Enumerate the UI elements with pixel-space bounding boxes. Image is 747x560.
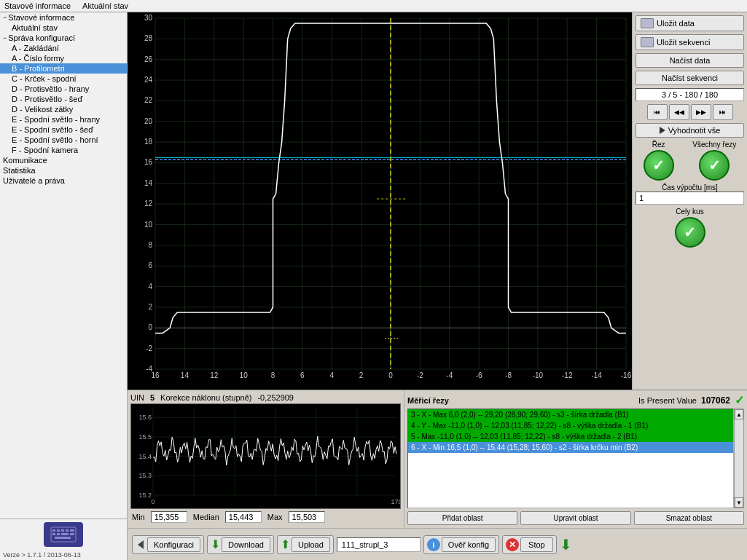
svg-rect-8 — [61, 533, 69, 535]
download-arrow-icon: ⬇ — [211, 537, 220, 551]
sidebar-profilometri[interactable]: B - Profilometri — [0, 63, 127, 74]
sidebar-komunikace[interactable]: Komunikace — [0, 155, 127, 165]
svg-rect-5 — [70, 529, 74, 532]
median-label: Median — [193, 513, 219, 521]
smazat-oblast-button[interactable]: Smazat oblast — [634, 511, 744, 525]
pridat-oblast-button[interactable]: Přidat oblast — [407, 511, 517, 525]
median-value: 15,443 — [225, 511, 262, 523]
max-value: 15,503 — [289, 511, 325, 523]
next-arrow-icon: ⬇ — [560, 536, 572, 553]
over-konfig-button[interactable]: Ověř konfig — [442, 537, 496, 552]
svg-rect-4 — [66, 529, 69, 532]
counter-display: 3 / 5 - 180 / 180 — [635, 88, 744, 101]
min-value: 15,355 — [151, 511, 187, 523]
sidebar-spodni-hrany[interactable]: E - Spodní světlo - hrany — [0, 114, 127, 125]
korekce-value: -0,252909 — [257, 393, 294, 402]
sidebar-stavove[interactable]: − Stavové informace — [0, 12, 127, 23]
file-name-field[interactable] — [337, 537, 421, 552]
cut-item-3[interactable]: 6 - X - Min 16,5 (1,0) -- 15,44 (15,28; … — [408, 442, 733, 453]
cut-item-1[interactable]: 4 - Y - Max -11,0 (1,0) -- 12,03 (11,85;… — [408, 420, 733, 431]
max-label: Max — [267, 513, 283, 521]
korekce-label: Korekce náklonu (stupně) — [160, 393, 251, 402]
sidebar-sprava[interactable]: − Správa konfigurací — [0, 33, 127, 43]
is-present-label: Is Present Value — [638, 396, 697, 405]
uin-label: UIN — [130, 393, 144, 402]
nav-first-button[interactable]: ⏮ — [647, 104, 668, 120]
is-present-check-icon: ✓ — [735, 393, 744, 407]
cut-item-0[interactable]: 3 - X - Max 6,0 (2,0) -- 29,20 (28,90; 2… — [408, 409, 733, 420]
vsechny-rezy-label: Všechny řezy — [692, 141, 736, 149]
cely-kus-check: ✓ — [675, 217, 705, 248]
cas-vypoctu-field[interactable] — [635, 192, 744, 205]
sidebar-spodni-sed[interactable]: E - Spodní světlo - šeď — [0, 125, 127, 135]
cas-vypoctu-label: Čas výpočtu [ms] — [635, 184, 744, 192]
nav-next-button[interactable]: ▶▶ — [691, 104, 711, 120]
upload-button[interactable]: Upload — [292, 537, 330, 552]
rez-label: Řez — [652, 141, 665, 149]
sidebar-uzivatele[interactable]: Uživatelé a práva — [0, 176, 127, 186]
cuts-panel-label: Měřicí řezy — [407, 396, 449, 405]
red-x-icon: ✕ — [506, 538, 519, 551]
keyboard-icon[interactable] — [44, 522, 83, 547]
sidebar-velikost-zatky[interactable]: D - Velikost zátky — [0, 104, 127, 114]
svg-marker-11 — [138, 540, 144, 549]
rez-check: ✓ — [644, 150, 674, 181]
main-chart-canvas — [128, 12, 632, 390]
nacist-sekvenci-button[interactable]: Načíst sekvenci — [635, 71, 744, 85]
nav-last-button[interactable]: ⏭ — [713, 104, 733, 120]
svg-rect-3 — [61, 529, 64, 532]
ulozit-sekvenci-button[interactable]: Uložit sekvenci — [635, 34, 744, 50]
prev-config-icon[interactable] — [136, 540, 146, 550]
cely-kus-label: Cely kus — [676, 208, 703, 216]
svg-rect-1 — [52, 529, 55, 532]
min-label: Min — [132, 513, 145, 521]
vyhodnotit-button[interactable]: Vyhodnotit vše — [635, 123, 744, 138]
mini-chart-canvas — [131, 404, 400, 508]
upravit-oblast-button[interactable]: Upravit oblast — [520, 511, 630, 525]
menu-stavove[interactable]: Stavové informace — [4, 1, 71, 10]
nav-prev-button[interactable]: ◀◀ — [669, 104, 689, 120]
sidebar-zakladani[interactable]: A - Zakládání — [0, 43, 127, 53]
cut-item-2[interactable]: 5 - Max -11,0 (1,0) -- 12,03 (11,85; 12,… — [408, 431, 733, 442]
svg-rect-10 — [55, 537, 71, 539]
svg-rect-2 — [57, 529, 60, 532]
stop-button[interactable]: Stop — [520, 537, 553, 552]
nacist-data-button[interactable]: Načíst data — [635, 53, 744, 68]
uin-value: 5 — [150, 393, 155, 402]
sidebar-statistika[interactable]: Statistika — [0, 165, 127, 176]
sidebar-cislo-formy[interactable]: A - Číslo formy — [0, 53, 127, 63]
svg-rect-6 — [52, 533, 55, 535]
sidebar-protisvitlo-hrany[interactable]: D - Protisvětlo - hrany — [0, 84, 127, 94]
upload-arrow-icon: ⬆ — [281, 537, 290, 551]
sidebar-krcek[interactable]: C - Krček - spodní — [0, 74, 127, 84]
menu-aktualni[interactable]: Aktuální stav — [82, 1, 128, 10]
version-label: Verze > 1.7.1 / 2013-06-13 — [0, 550, 127, 560]
konfiguraci-button[interactable]: Konfiguraci — [147, 537, 200, 552]
download-button[interactable]: Download — [222, 537, 270, 552]
sidebar-spodni-kamera[interactable]: F - Spodní kamera — [0, 145, 127, 155]
ulozit-data-button[interactable]: Uložit data — [635, 15, 744, 31]
info-icon: i — [427, 538, 440, 551]
sidebar-protisvitlo-sed[interactable]: D - Protisvětlo - šeď — [0, 94, 127, 104]
sidebar-aktualni[interactable]: Aktuální stav — [0, 23, 127, 33]
sidebar-spodni-horni[interactable]: E - Spodní světlo - horní — [0, 135, 127, 145]
svg-rect-9 — [70, 533, 74, 535]
svg-rect-7 — [57, 533, 60, 535]
is-present-value: 107062 — [701, 395, 730, 406]
vsechny-rezy-check: ✓ — [699, 150, 730, 181]
